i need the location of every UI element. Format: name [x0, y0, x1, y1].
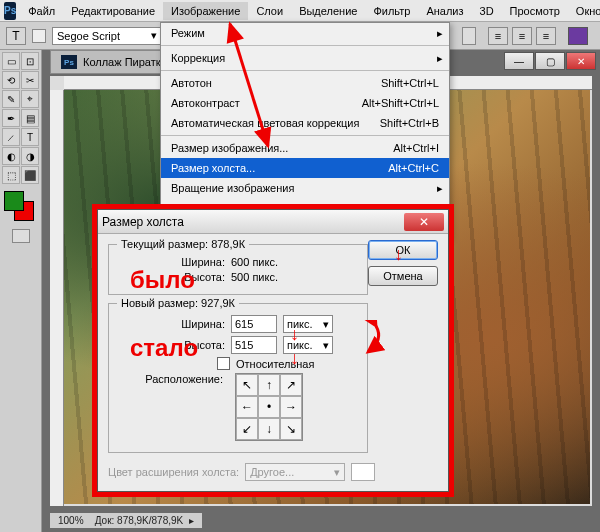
width-input[interactable]: [231, 315, 277, 333]
lasso-tool[interactable]: ⟲: [2, 71, 20, 89]
dialog-close-button[interactable]: ✕: [404, 213, 444, 231]
anchor-e[interactable]: →: [280, 396, 302, 418]
color-picker[interactable]: [2, 189, 39, 225]
menu-image[interactable]: Изображение: [163, 2, 248, 20]
svg-line-0: [230, 24, 268, 146]
chevron-down-icon: ▾: [323, 339, 329, 352]
burn-tool[interactable]: ◑: [21, 147, 39, 165]
cur-width-value: 600 пикс.: [231, 256, 278, 268]
text-tool[interactable]: T: [21, 128, 39, 146]
marquee-tool[interactable]: ⊡: [21, 52, 39, 70]
anchor-c[interactable]: •: [258, 396, 280, 418]
relative-label: Относительная: [236, 358, 314, 370]
move-tool[interactable]: ▭: [2, 52, 20, 70]
anchor-grid[interactable]: ↖ ↑ ↗ ← • → ↙ ↓ ↘: [235, 373, 303, 441]
status-bar: 100% Док: 878,9K/878,9K ▸: [50, 513, 202, 528]
hand-tool[interactable]: ⬛: [21, 166, 39, 184]
menu-3d[interactable]: 3D: [472, 2, 502, 20]
anchor-n[interactable]: ↑: [258, 374, 280, 396]
menu-edit[interactable]: Редактирование: [63, 2, 163, 20]
orientation-toggle[interactable]: [32, 29, 46, 43]
document-tab[interactable]: Ps Коллаж Пиратка: [50, 50, 178, 74]
crop-tool[interactable]: ✎: [2, 90, 20, 108]
menubar: Ps Файл Редактирование Изображение Слои …: [0, 0, 600, 22]
chevron-down-icon: ▾: [323, 318, 329, 331]
doc-title: Коллаж Пиратка: [83, 56, 167, 68]
text-tool-icon: T: [6, 27, 26, 45]
minimize-button[interactable]: —: [504, 52, 534, 70]
height-input[interactable]: [231, 336, 277, 354]
stamp-tool[interactable]: ▤: [21, 109, 39, 127]
annotation-arrow-width: ↓: [290, 324, 299, 345]
annotation-became: стало: [130, 334, 198, 362]
quickmask-toggle[interactable]: [2, 226, 39, 246]
ext-color-swatch: [351, 463, 375, 481]
menu-select[interactable]: Выделение: [291, 2, 365, 20]
new-size-label: Новый размер:: [121, 297, 198, 309]
anchor-nw[interactable]: ↖: [236, 374, 258, 396]
menu-rotate[interactable]: Вращение изображения: [161, 178, 449, 198]
align-center-button[interactable]: ≡: [512, 27, 532, 45]
anchor-se[interactable]: ↘: [280, 418, 302, 440]
menu-filter[interactable]: Фильтр: [365, 2, 418, 20]
anchor-w[interactable]: ←: [236, 396, 258, 418]
app-badge: Ps: [4, 2, 16, 20]
gradient-tool[interactable]: ⟋: [2, 128, 20, 146]
menu-window[interactable]: Окно: [568, 2, 600, 20]
new-width-label: Ширина:: [173, 318, 225, 330]
chevron-down-icon: ▾: [151, 29, 157, 42]
doc-size: Док: 878,9K/878,9K: [95, 515, 184, 526]
close-button[interactable]: ✕: [566, 52, 596, 70]
window-controls: — ▢ ✕: [504, 52, 596, 70]
dialog-titlebar[interactable]: Размер холста ✕: [98, 210, 448, 234]
maximize-button[interactable]: ▢: [535, 52, 565, 70]
doc-badge: Ps: [61, 55, 77, 69]
text-color-swatch[interactable]: [568, 27, 588, 45]
ruler-vertical: [50, 90, 64, 506]
ext-color-label: Цвет расширения холста:: [108, 466, 239, 478]
brush-tool[interactable]: ✒: [2, 109, 20, 127]
dodge-tool[interactable]: ◐: [2, 147, 20, 165]
menu-layers[interactable]: Слои: [248, 2, 291, 20]
new-size-value: 927,9К: [201, 297, 235, 309]
wand-tool[interactable]: ✂: [21, 71, 39, 89]
current-size-value: 878,9К: [211, 238, 245, 250]
annotation-was: было: [130, 266, 195, 294]
annotation-arrow-ok: ↓: [394, 244, 403, 265]
annotation-arrow-height: ↓: [290, 348, 299, 369]
annotation-arrow-menu: [168, 18, 288, 158]
zoom-level[interactable]: 100%: [58, 515, 84, 526]
shape-tool[interactable]: ⬚: [2, 166, 20, 184]
eyedropper-tool[interactable]: ⌖: [21, 90, 39, 108]
menu-file[interactable]: Файл: [20, 2, 63, 20]
menu-analysis[interactable]: Анализ: [418, 2, 471, 20]
anchor-ne[interactable]: ↗: [280, 374, 302, 396]
align-right-button[interactable]: ≡: [536, 27, 556, 45]
ok-button[interactable]: ОК: [368, 240, 438, 260]
annotation-arrow-units: [356, 320, 386, 360]
anchor-sw[interactable]: ↙: [236, 418, 258, 440]
align-left-button[interactable]: ≡: [488, 27, 508, 45]
relative-checkbox[interactable]: [217, 357, 230, 370]
menu-canvas-size[interactable]: Размер холста...Alt+Ctrl+C: [161, 158, 449, 178]
current-size-label: Текущий размер:: [121, 238, 208, 250]
menu-view[interactable]: Просмотр: [502, 2, 568, 20]
toolbox: ▭ ⊡ ⟲ ✂ ✎ ⌖ ✒ ▤ ⟋ T ◐ ◑ ⬚ ⬛: [0, 50, 42, 532]
anchor-label: Расположение:: [137, 373, 223, 385]
ext-color-select: Другое...▾: [245, 463, 345, 481]
cancel-button[interactable]: Отмена: [368, 266, 438, 286]
dialog-title: Размер холста: [102, 215, 184, 229]
anchor-s[interactable]: ↓: [258, 418, 280, 440]
font-family-select[interactable]: Segoe Script▾: [52, 27, 162, 45]
cur-height-value: 500 пикс.: [231, 271, 278, 283]
